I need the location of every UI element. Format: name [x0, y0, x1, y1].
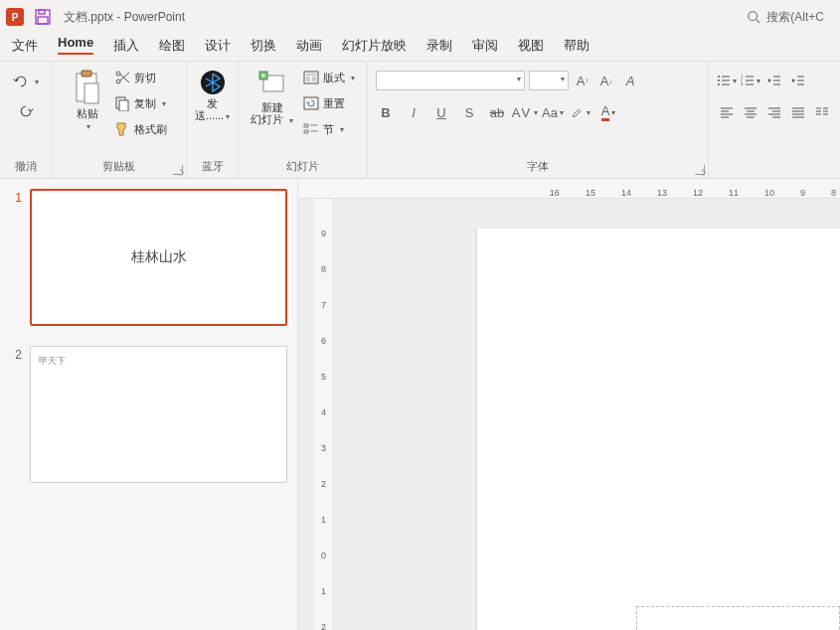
- columns-button[interactable]: [812, 101, 832, 123]
- chevron-down-icon: ▾: [35, 78, 39, 86]
- new-slide-icon: [256, 68, 288, 101]
- svg-line-11: [120, 73, 129, 80]
- search-box[interactable]: 搜索(Alt+C: [737, 5, 834, 30]
- scissors-icon: [114, 70, 130, 85]
- chevron-down-icon: ▾: [560, 108, 564, 117]
- font-color-button[interactable]: A▾: [598, 101, 618, 123]
- chevron-down-icon: ▾: [534, 108, 538, 117]
- reset-button[interactable]: 重置: [301, 93, 347, 113]
- document-title: 文档.pptx - PowerPoint: [64, 9, 185, 26]
- bluetooth-send-button[interactable]: 发送......▾: [193, 66, 232, 124]
- chevron-down-icon: ▾: [351, 74, 355, 82]
- numbering-button[interactable]: 123▾: [741, 70, 760, 91]
- chevron-down-icon: ▾: [340, 125, 344, 134]
- slide-editor[interactable]: 1615141312111098 987654321012: [298, 179, 840, 630]
- copy-icon: [114, 95, 130, 111]
- italic-button[interactable]: I: [404, 101, 423, 123]
- svg-text:3: 3: [741, 81, 744, 86]
- tab-插入[interactable]: 插入: [109, 33, 143, 61]
- svg-rect-23: [304, 97, 318, 109]
- bold-button[interactable]: B: [376, 101, 396, 123]
- strikethrough-button[interactable]: ab: [487, 101, 507, 123]
- grow-font-button[interactable]: A↑: [573, 70, 592, 91]
- reset-icon: [303, 95, 319, 111]
- group-label: 蓝牙: [202, 157, 224, 176]
- group-label: 剪贴板: [102, 157, 135, 176]
- align-right-button[interactable]: [764, 101, 784, 123]
- font-size-combo[interactable]: ▾: [529, 71, 569, 90]
- slide-thumbnails-panel[interactable]: 1桂林山水2甲天下: [0, 179, 298, 630]
- undo-button[interactable]: ▾: [11, 72, 41, 91]
- shrink-font-button[interactable]: A↓: [596, 70, 616, 91]
- font-name-combo[interactable]: ▾: [376, 71, 525, 90]
- chevron-down-icon: ▾: [561, 75, 565, 83]
- svg-rect-6: [82, 71, 91, 77]
- dialog-launcher-icon[interactable]: [695, 165, 705, 175]
- chevron-down-icon: ▾: [517, 75, 521, 83]
- layout-button[interactable]: 版式▾: [301, 68, 357, 87]
- clear-format-button[interactable]: A: [620, 70, 640, 91]
- tab-幻灯片放映[interactable]: 幻灯片放映: [338, 33, 411, 61]
- tab-录制[interactable]: 录制: [422, 33, 456, 61]
- format-painter-button[interactable]: 格式刷: [112, 119, 169, 139]
- decrease-indent-button[interactable]: [764, 70, 784, 91]
- paste-icon: [71, 68, 104, 107]
- new-slide-button[interactable]: 新建幻灯片 ▾: [249, 66, 294, 128]
- tab-帮助[interactable]: 帮助: [560, 33, 593, 61]
- save-icon[interactable]: [30, 4, 56, 30]
- char-spacing-button[interactable]: AV▾: [515, 101, 535, 123]
- svg-rect-13: [119, 100, 128, 111]
- svg-point-32: [718, 83, 720, 85]
- slide-thumbnail[interactable]: 1桂林山水: [10, 189, 287, 326]
- bluetooth-icon: [198, 68, 228, 97]
- section-button[interactable]: 节▾: [301, 119, 346, 139]
- tab-动画[interactable]: 动画: [292, 33, 326, 61]
- align-center-button[interactable]: [741, 101, 760, 123]
- chevron-down-icon: ▾: [289, 116, 293, 125]
- redo-button[interactable]: [16, 101, 36, 121]
- chevron-down-icon: ▾: [86, 122, 90, 131]
- chevron-down-icon: ▾: [756, 77, 760, 85]
- group-font: ▾ ▾ A↑ A↓ A B I U S ab AV▾ Aa▾ ▾ A▾ 字体: [368, 62, 709, 178]
- search-placeholder: 搜索(Alt+C: [766, 9, 824, 26]
- highlight-button[interactable]: ▾: [571, 101, 590, 123]
- tab-视图[interactable]: 视图: [514, 33, 548, 61]
- bullets-button[interactable]: ▾: [717, 70, 737, 91]
- slide-preview: 桂林山水: [30, 189, 287, 326]
- tab-设计[interactable]: 设计: [201, 33, 235, 61]
- svg-rect-2: [38, 17, 48, 24]
- copy-button[interactable]: 复制▾: [112, 93, 169, 113]
- svg-point-3: [749, 12, 757, 21]
- group-undo: ▾ 撤消: [0, 62, 52, 178]
- svg-rect-7: [84, 83, 98, 103]
- tab-文件[interactable]: 文件: [8, 33, 42, 61]
- chevron-down-icon: ▾: [226, 112, 230, 121]
- tab-绘图[interactable]: 绘图: [155, 33, 189, 61]
- shadow-button[interactable]: S: [459, 101, 479, 123]
- increase-indent-button[interactable]: [788, 70, 808, 91]
- slide-number: 1: [10, 191, 22, 205]
- slide-number: 2: [10, 348, 22, 362]
- slide-thumbnail[interactable]: 2甲天下: [10, 346, 287, 483]
- svg-point-28: [718, 76, 720, 78]
- search-icon: [747, 10, 760, 24]
- dialog-launcher-icon[interactable]: [173, 165, 183, 175]
- powerpoint-app-icon: P: [6, 8, 24, 26]
- change-case-button[interactable]: Aa▾: [543, 101, 563, 123]
- svg-line-4: [756, 20, 760, 24]
- tab-切换[interactable]: 切换: [247, 33, 280, 61]
- underline-button[interactable]: U: [431, 101, 451, 123]
- tab-审阅[interactable]: 审阅: [468, 33, 502, 61]
- chevron-down-icon: ▾: [587, 108, 590, 117]
- align-left-button[interactable]: [717, 101, 737, 123]
- content-placeholder[interactable]: [636, 606, 840, 630]
- group-label: 撤消: [15, 157, 37, 176]
- cut-button[interactable]: 剪切: [112, 68, 169, 87]
- paste-button[interactable]: 粘贴▾: [69, 66, 106, 134]
- svg-point-30: [718, 79, 720, 81]
- slide-canvas[interactable]: [477, 229, 840, 630]
- svg-rect-1: [39, 10, 45, 14]
- group-bluetooth: 发送......▾ 蓝牙: [187, 62, 239, 178]
- justify-button[interactable]: [788, 101, 808, 123]
- tab-home[interactable]: Home: [54, 31, 97, 62]
